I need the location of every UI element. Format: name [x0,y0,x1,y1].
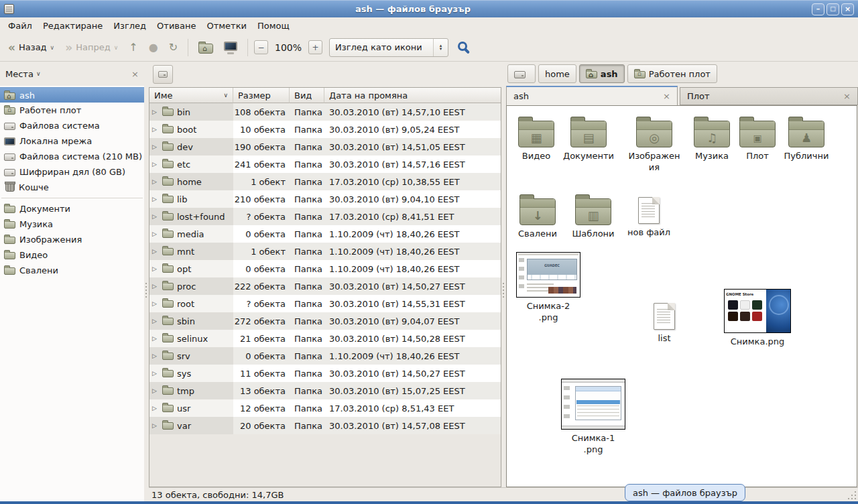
window-control-button[interactable]: – [812,3,824,15]
zoom-in-button[interactable]: + [308,40,322,54]
sidebar-item[interactable]: Документи [0,201,144,216]
table-row[interactable]: opt 0 обекта Папка 1.10.2009 (чт) 18,40,… [149,260,501,277]
expander-icon[interactable] [152,353,159,359]
menu-item[interactable]: Изглед [108,19,151,33]
file-icon-item[interactable]: GUADEC GNOME Store Плот [729,115,786,162]
expander-icon[interactable] [152,422,159,429]
back-button[interactable]: « Назад ∨ [4,40,58,55]
icon-view[interactable]: GUADEC GNOME Store Видео [506,105,857,487]
sidebar-item[interactable]: Свалени [0,263,144,278]
expander-icon[interactable] [152,196,159,202]
table-row[interactable]: etc 241 обекта Папка 30.03.2010 (вт) 14,… [149,155,501,173]
breadcrumb-button[interactable]: Работен плот [627,64,717,83]
menu-item[interactable]: Редактиране [38,19,108,33]
expander-icon[interactable] [152,265,159,272]
table-row[interactable]: sbin 272 обекта Папка 30.03.2010 (вт) 9,… [149,312,501,330]
reload-button[interactable]: ↻ [165,40,182,56]
file-icon-item[interactable]: GUADEC GNOME Store Снимка-2.png [515,252,582,324]
sidebar-item[interactable]: Изображения [0,232,144,247]
tab-plot[interactable]: Плот × [680,87,858,105]
expander-icon[interactable] [152,161,159,168]
file-icon-item[interactable]: GUADEC GNOME Store list [636,299,692,344]
up-button[interactable]: ↑ [125,40,141,56]
table-row[interactable]: boot 10 обекта Папка 30.03.2010 (вт) 9,0… [149,121,501,138]
expander-icon[interactable] [152,126,159,133]
sidebar-item[interactable]: Файлова система (210 MB) [0,149,144,164]
breadcrumb-button[interactable]: home [538,64,576,83]
window-control-button[interactable]: × [841,3,854,15]
expander-icon[interactable] [152,283,159,290]
table-row[interactable]: mnt 1 обект Папка 1.10.2009 (чт) 18,40,2… [149,243,501,260]
sidebar-item[interactable]: Работен плот [0,103,144,118]
sidebar-item[interactable]: Шифриран дял (80 GB) [0,164,144,180]
table-row[interactable]: var 20 обекта Папка 30.03.2010 (вт) 14,5… [149,417,501,434]
tab-ash[interactable]: ash × [506,86,678,105]
table-row[interactable]: srv 0 обекта Папка 1.10.2009 (чт) 18,40,… [149,347,501,365]
table-row[interactable]: media 0 обекта Папка 1.10.2009 (чт) 18,4… [149,225,501,243]
menu-item[interactable]: Помощ [252,19,295,33]
sidebar-item[interactable]: Видео [0,247,144,263]
expander-icon[interactable] [152,143,159,150]
sidebar-close-button[interactable]: × [131,69,139,79]
view-mode-select[interactable]: Изглед като икони ▴▾ [329,38,448,57]
table-row[interactable]: lost+found ? обекта Папка 17.03.2010 (ср… [149,208,501,225]
column-header-date[interactable]: Дата на промяна [324,88,501,103]
table-row[interactable]: root ? обекта Папка 30.03.2010 (вт) 14,5… [149,295,501,312]
expander-icon[interactable] [152,335,159,342]
stop-button[interactable]: ● [145,40,162,56]
table-row[interactable]: sys 11 обекта Папка 30.03.2010 (вт) 14,5… [149,365,501,382]
sidebar-item[interactable] [0,195,144,201]
breadcrumb-button[interactable]: ash [579,64,625,83]
file-icon-item[interactable]: GUADEC GNOME Store нов файл [621,193,677,239]
window-control-button[interactable]: □ [826,3,839,15]
table-row[interactable]: dev 190 обекта Папка 30.03.2010 (вт) 14,… [149,138,501,155]
sidebar-item[interactable]: Музика [0,216,144,232]
close-icon[interactable]: × [843,91,851,101]
table-row[interactable]: bin 108 обекта Папка 30.03.2010 (вт) 14,… [149,103,501,121]
forward-button[interactable]: » Напред ∨ [61,40,122,55]
zoom-out-button[interactable]: − [254,40,268,54]
menu-item[interactable]: Отметки [201,19,251,33]
file-icon-item[interactable]: GUADEC GNOME Store Документи [560,115,617,162]
resize-grip[interactable] [855,498,856,499]
table-row[interactable]: home 1 обект Папка 17.03.2010 (ср) 10,38… [149,173,501,190]
expander-icon[interactable] [152,370,159,377]
expander-icon[interactable] [152,248,159,255]
expander-icon[interactable] [152,213,159,220]
expander-icon[interactable] [152,405,159,412]
file-icon-item[interactable]: GUADEC GNOME Store Шаблони [565,193,621,240]
column-header-type[interactable]: Вид [290,88,324,103]
table-row[interactable]: tmp 13 обекта Папка 30.03.2010 (вт) 15,0… [149,382,501,399]
expander-icon[interactable] [152,231,159,237]
table-row[interactable]: proc 222 обекта Папка 30.03.2010 (вт) 14… [149,277,501,295]
close-icon[interactable]: × [663,91,670,101]
file-icon-item[interactable]: GUADEC GNOME Store Изображения [626,115,682,174]
menu-item[interactable]: Отиване [151,19,201,33]
file-icon-item[interactable]: GUADEC GNOME Store Публични [778,115,835,162]
table-row[interactable]: usr 12 обекта Папка 17.03.2010 (ср) 8,51… [149,399,501,417]
back-dropdown-icon[interactable]: ∨ [50,44,55,51]
breadcrumb-button[interactable] [507,64,536,83]
sidebar-item[interactable]: Локална мрежа [0,133,144,149]
column-header-size[interactable]: Размер [233,88,290,103]
table-row[interactable]: lib 210 обекта Папка 30.03.2010 (вт) 9,0… [149,190,501,208]
sidebar-item[interactable]: ash [0,87,144,103]
file-icon-item[interactable]: GUADEC GNOME Store Снимка-1.png [559,379,627,456]
pane-splitter[interactable] [144,62,149,501]
computer-button[interactable] [220,39,241,56]
expander-icon[interactable] [152,109,159,115]
table-row[interactable]: selinux 21 обекта Папка 30.03.2010 (вт) … [149,330,501,347]
expander-icon[interactable] [152,178,159,185]
expander-icon[interactable] [152,387,159,394]
places-button[interactable] [153,65,173,84]
sidebar-item[interactable]: Файлова система [0,118,144,133]
home-button[interactable] [194,39,217,56]
search-icon[interactable] [458,42,467,51]
column-header-name[interactable]: Име ∨ [149,88,233,103]
menu-item[interactable]: Файл [3,19,38,33]
sidebar-title-dropdown[interactable]: Места ∨ [5,69,41,79]
file-icon-item[interactable]: GUADEC GNOME Store Свалени [509,193,566,240]
sidebar-item[interactable]: Кошче [0,180,144,195]
file-icon-item[interactable]: GUADEC GNOME Store Видео [508,115,564,162]
expander-icon[interactable] [152,318,159,324]
